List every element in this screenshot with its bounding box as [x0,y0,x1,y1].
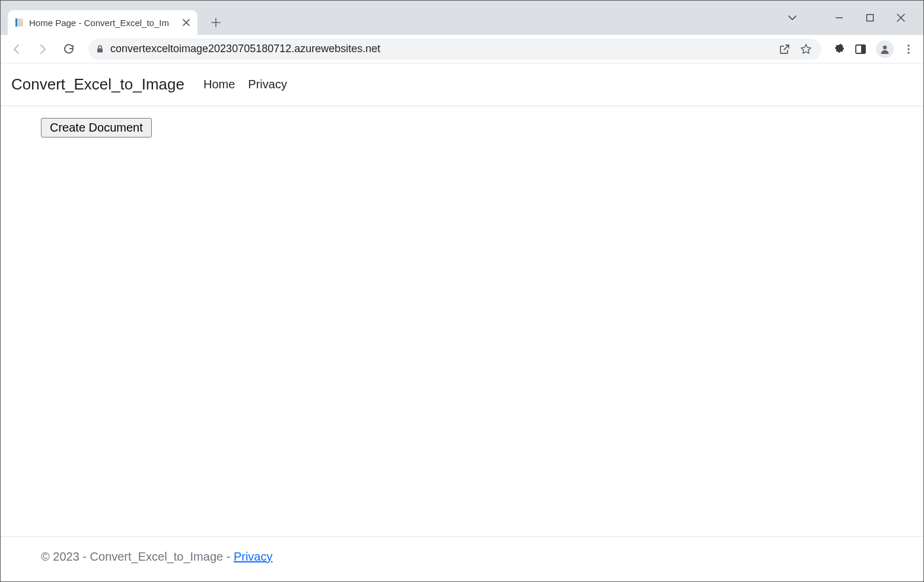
address-bar[interactable]: convertexceltoimage20230705180712.azurew… [88,39,821,60]
svg-point-6 [883,45,887,49]
browser-tab[interactable]: Home Page - Convert_Excel_to_Im [8,10,197,35]
footer-privacy-link[interactable]: Privacy [234,550,273,563]
svg-rect-0 [15,18,17,27]
url-text[interactable]: convertexceltoimage20230705180712.azurew… [110,43,773,55]
nav-back-icon[interactable] [7,39,27,59]
window-minimize-icon[interactable] [832,11,846,25]
extensions-puzzle-icon[interactable] [833,43,845,55]
window-close-icon[interactable] [894,11,908,25]
nav-link-home[interactable]: Home [203,78,235,91]
svg-point-9 [907,52,909,53]
close-tab-icon[interactable] [181,17,192,28]
window-controls [832,1,923,35]
browser-toolbar: convertexceltoimage20230705180712.azurew… [1,35,923,63]
svg-rect-2 [867,15,874,21]
nav-reload-icon[interactable] [59,39,79,59]
site-navbar: Convert_Excel_to_Image Home Privacy [1,63,923,106]
footer-text: © 2023 - Convert_Excel_to_Image - [41,550,234,563]
new-tab-button[interactable] [206,12,226,33]
window-maximize-icon[interactable] [863,11,877,25]
share-icon[interactable] [779,43,791,55]
browser-tab-title: Home Page - Convert_Excel_to_Im [29,18,176,28]
kebab-menu-icon[interactable] [903,44,914,55]
tab-search-dropdown-icon[interactable] [787,1,798,35]
nav-forward-icon[interactable] [33,39,53,59]
svg-point-7 [907,44,909,46]
nav-link-privacy[interactable]: Privacy [248,78,287,91]
brand-title[interactable]: Convert_Excel_to_Image [11,75,184,94]
lock-icon [95,44,104,53]
page-viewport: Convert_Excel_to_Image Home Privacy Crea… [1,63,923,581]
page-favicon-icon [14,17,24,28]
browser-tabstrip: Home Page - Convert_Excel_to_Im [1,1,923,35]
toolbar-right [831,40,917,58]
bookmark-star-icon[interactable] [800,43,812,55]
svg-point-8 [907,48,909,50]
page-footer: © 2023 - Convert_Excel_to_Image - Privac… [1,536,923,581]
profile-avatar-icon[interactable] [876,40,894,58]
create-document-button[interactable]: Create Document [41,118,152,137]
svg-rect-5 [861,45,865,53]
side-panel-icon[interactable] [855,43,866,55]
svg-rect-3 [97,49,103,53]
page-main: Create Document [1,106,923,536]
